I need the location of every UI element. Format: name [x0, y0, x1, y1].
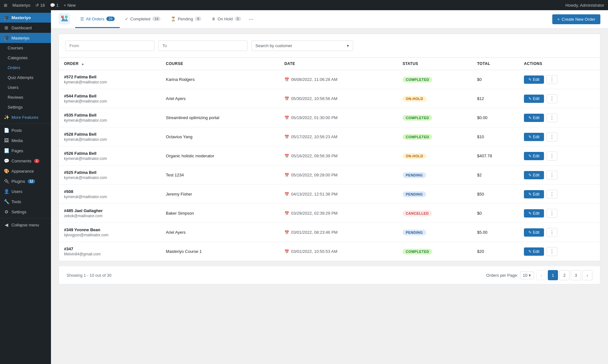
calendar-icon: 📅 [284, 230, 289, 235]
tab-more[interactable]: ··· [246, 10, 256, 28]
admin-bar-wp[interactable]: ⊞ [4, 3, 7, 8]
status-badge: CANCELLED [403, 211, 432, 216]
edit-button[interactable]: ✎ Edit [524, 152, 544, 160]
sidebar-item-comments[interactable]: 💬 Comments 1 [0, 156, 51, 166]
sidebar-item-settings2[interactable]: ⚙ Settings [0, 207, 51, 217]
sidebar-item-tools[interactable]: 🔧 Tools [0, 196, 51, 207]
date-cell: 📅 05/16/2022, 09:56:39 PM [279, 146, 397, 166]
next-page-button[interactable]: › [582, 270, 592, 280]
prev-page-button[interactable]: ‹ [536, 270, 547, 280]
total-cell: $10 [472, 127, 519, 146]
edit-button[interactable]: ✎ Edit [524, 75, 544, 84]
more-actions-button[interactable]: ⋮ [547, 132, 557, 141]
more-actions-button[interactable]: ⋮ [547, 209, 557, 218]
sidebar-item-settings[interactable]: Settings [0, 102, 51, 112]
sidebar-label-plugins: Plugins [11, 179, 25, 184]
edit-icon: ✎ [528, 96, 532, 101]
updates-icon: ↺ [35, 3, 39, 8]
order-email: kymeruk@mailinator.com [64, 175, 156, 180]
sidebar-item-dashboard[interactable]: ⊞ Dashboard [0, 23, 51, 33]
page-1-button[interactable]: 1 [548, 270, 558, 280]
more-actions-button[interactable]: ⋮ [547, 113, 557, 122]
sidebar-item-plugins[interactable]: 🔌 Plugins 12 [0, 176, 51, 186]
order-date: 03/01/2022, 08:23:46 PM [291, 230, 338, 235]
col-course: COURSE [161, 58, 279, 70]
edit-label: Edit [533, 173, 540, 177]
edit-button[interactable]: ✎ Edit [524, 190, 544, 198]
total-cell: $0 [472, 204, 519, 223]
table-row: #572 Fatima Bell kymeruk@mailinator.com … [59, 70, 600, 89]
admin-bar-howdy[interactable]: Howdy, Administrator [565, 3, 604, 8]
sidebar-item-quiz-attempts[interactable]: Quiz Attempts [0, 73, 51, 82]
order-number: #508 [64, 189, 156, 194]
table-row: #528 Fatima Bell kymeruk@mailinator.com … [59, 127, 600, 146]
sidebar-item-courses[interactable]: Courses [0, 43, 51, 53]
tab-pending[interactable]: ⏳ Pending 9 [166, 11, 206, 28]
edit-icon: ✎ [528, 173, 532, 177]
sidebar-brand[interactable]: 🎓 Masteriyo [0, 13, 51, 23]
sidebar-item-orders[interactable]: Orders [0, 63, 51, 73]
status-badge: COMPLETED [403, 77, 433, 82]
course-cell: Organic holistic moderator [161, 146, 279, 166]
more-actions-button[interactable]: ⋮ [547, 228, 557, 237]
status-badge: ON-HOLD [403, 153, 426, 159]
order-cell: #544 Fatima Bell kymeruk@mailinator.com [59, 89, 161, 108]
order-total: $0 [477, 77, 482, 82]
more-actions-button[interactable]: ⋮ [547, 94, 557, 103]
edit-button[interactable]: ✎ Edit [524, 209, 544, 218]
customer-search-select[interactable]: Search by customer ▾ [251, 40, 353, 51]
sidebar-item-users2[interactable]: 👤 Users [0, 186, 51, 196]
sidebar-item-pages[interactable]: 📃 Pages [0, 146, 51, 156]
completed-tab-label: Completed [130, 17, 150, 21]
per-page-select: Orders per Page: 10 ▾ [486, 271, 534, 279]
status-badge: PENDING [403, 191, 426, 197]
brand-name: Masteriyo [11, 15, 31, 20]
to-date-input[interactable] [158, 40, 247, 51]
sidebar-item-reviews[interactable]: Reviews [0, 92, 51, 102]
page-3-button[interactable]: 3 [571, 270, 581, 280]
sidebar-item-posts[interactable]: 📄 Posts [0, 125, 51, 135]
admin-bar-updates[interactable]: ↺ 18 [35, 3, 45, 8]
per-page-dropdown[interactable]: 10 ▾ [520, 271, 534, 279]
more-actions-button[interactable]: ⋮ [547, 75, 557, 84]
edit-button[interactable]: ✎ Edit [524, 95, 544, 103]
edit-button[interactable]: ✎ Edit [524, 171, 544, 179]
edit-button[interactable]: ✎ Edit [524, 114, 544, 122]
page-2-button[interactable]: 2 [559, 270, 569, 280]
sidebar-item-appearance[interactable]: 🎨 Appearance [0, 166, 51, 176]
svg-rect-0 [59, 13, 70, 25]
more-actions-button[interactable]: ⋮ [547, 247, 557, 256]
tab-all-orders[interactable]: ☰ All Orders 29 [75, 11, 120, 28]
edit-button[interactable]: ✎ Edit [524, 228, 544, 237]
edit-button[interactable]: ✎ Edit [524, 133, 544, 141]
edit-button[interactable]: ✎ Edit [524, 247, 544, 256]
tab-on-hold[interactable]: ⏸ On Hold 5 [206, 11, 246, 28]
comments-icon: 💬 [50, 3, 55, 8]
sidebar-item-users[interactable]: Users [0, 82, 51, 92]
sidebar-item-collapse[interactable]: ◀ Collapse menu [0, 220, 51, 230]
from-date-input[interactable] [65, 40, 154, 51]
create-new-order-button[interactable]: + Create New Order [552, 14, 600, 24]
actions-cell: ✎ Edit ⋮ [519, 242, 600, 261]
calendar-icon: 📅 [284, 154, 289, 158]
sidebar-item-categories[interactable]: Categories [0, 53, 51, 63]
order-number: #528 Fatima Bell [64, 132, 156, 137]
col-date-label: DATE [284, 61, 295, 66]
admin-bar-comments[interactable]: 💬 1 [50, 3, 59, 8]
admin-bar-new[interactable]: + New [64, 3, 76, 8]
order-cell: #347 Melvin84@gmail.com [59, 242, 161, 261]
sidebar-label-pages: Pages [11, 148, 23, 153]
more-actions-button[interactable]: ⋮ [547, 171, 557, 180]
sidebar-item-media[interactable]: 🖼 Media [0, 135, 51, 146]
tab-completed[interactable]: ✓ Completed 14 [120, 11, 166, 28]
more-actions-button[interactable]: ⋮ [547, 190, 557, 199]
sidebar-item-masteriyo[interactable]: 🎓 Masteriyo [0, 33, 51, 43]
tabs-container: ☰ All Orders 29 ✓ Completed 14 ⏳ Pending… [75, 10, 552, 28]
sidebar-item-more-features[interactable]: ✨ More Features [0, 112, 51, 122]
admin-bar-site[interactable]: Masteriyo [12, 3, 30, 8]
more-actions-button[interactable]: ⋮ [547, 152, 557, 161]
course-cell: Jeremy Fisher [161, 185, 279, 204]
date-cell: 📅 05/30/2022, 10:58:56 AM [279, 89, 397, 108]
actions-cell: ✎ Edit ⋮ [519, 108, 600, 127]
edit-icon: ✎ [528, 116, 532, 120]
